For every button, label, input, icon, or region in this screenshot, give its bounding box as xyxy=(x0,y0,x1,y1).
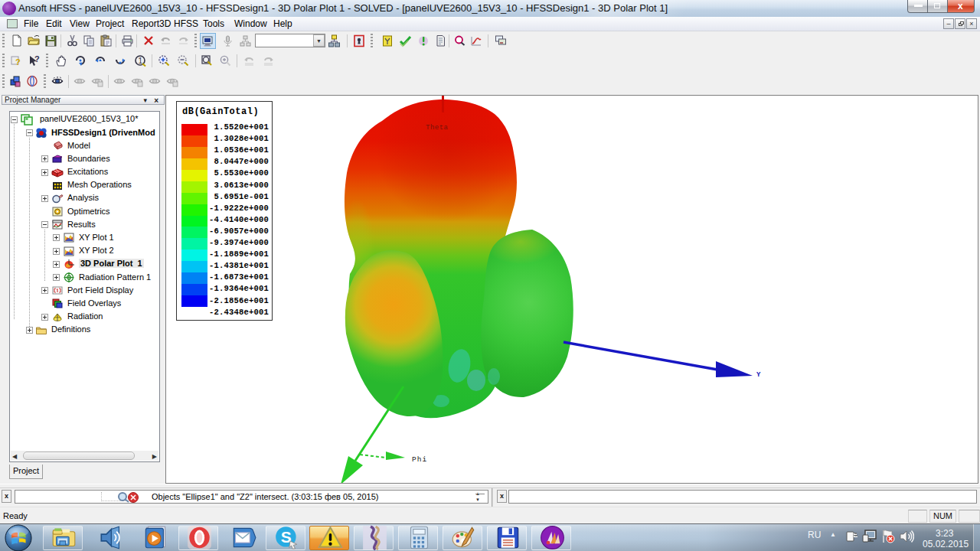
svg-text:?: ? xyxy=(34,54,40,64)
svg-text:1: 1 xyxy=(139,57,143,65)
svg-text:Y: Y xyxy=(756,371,761,379)
svg-text:Phi: Phi xyxy=(412,455,427,464)
svg-text:Theta: Theta xyxy=(426,124,449,132)
svg-text:?: ? xyxy=(15,57,21,67)
